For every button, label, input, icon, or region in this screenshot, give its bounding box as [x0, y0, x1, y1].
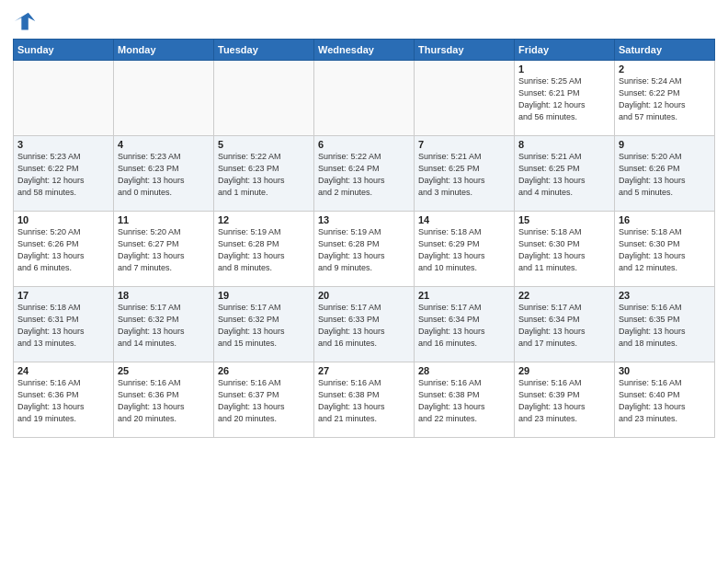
day-info: Sunrise: 5:20 AM Sunset: 6:27 PM Dayligh…	[118, 226, 210, 274]
day-info: Sunrise: 5:20 AM Sunset: 6:26 PM Dayligh…	[619, 151, 711, 199]
week-row-4: 17Sunrise: 5:18 AM Sunset: 6:31 PM Dayli…	[14, 287, 715, 362]
day-info: Sunrise: 5:21 AM Sunset: 6:25 PM Dayligh…	[418, 151, 510, 199]
logo-icon	[13, 9, 39, 35]
calendar-cell: 7Sunrise: 5:21 AM Sunset: 6:25 PM Daylig…	[415, 136, 515, 212]
day-info: Sunrise: 5:20 AM Sunset: 6:26 PM Dayligh…	[17, 226, 109, 274]
day-number: 6	[318, 139, 410, 150]
calendar-cell: 1Sunrise: 5:25 AM Sunset: 6:21 PM Daylig…	[515, 61, 615, 136]
week-row-5: 24Sunrise: 5:16 AM Sunset: 6:36 PM Dayli…	[14, 362, 715, 438]
calendar-cell	[114, 61, 214, 136]
calendar-cell: 10Sunrise: 5:20 AM Sunset: 6:26 PM Dayli…	[14, 212, 114, 287]
day-number: 21	[418, 290, 510, 301]
day-number: 16	[619, 214, 711, 225]
header	[13, 9, 715, 35]
calendar-cell: 8Sunrise: 5:21 AM Sunset: 6:25 PM Daylig…	[515, 136, 615, 212]
day-number: 19	[218, 290, 310, 301]
calendar-cell: 14Sunrise: 5:18 AM Sunset: 6:29 PM Dayli…	[415, 212, 515, 287]
day-number: 8	[518, 139, 610, 150]
day-number: 11	[118, 214, 210, 225]
calendar-cell	[14, 61, 114, 136]
calendar-cell: 18Sunrise: 5:17 AM Sunset: 6:32 PM Dayli…	[114, 287, 214, 362]
day-number: 27	[318, 365, 410, 376]
day-info: Sunrise: 5:16 AM Sunset: 6:37 PM Dayligh…	[218, 377, 310, 425]
day-info: Sunrise: 5:21 AM Sunset: 6:25 PM Dayligh…	[518, 151, 610, 199]
calendar-cell: 2Sunrise: 5:24 AM Sunset: 6:22 PM Daylig…	[615, 61, 715, 136]
col-header-thursday: Thursday	[415, 40, 515, 61]
day-info: Sunrise: 5:24 AM Sunset: 6:22 PM Dayligh…	[619, 75, 711, 123]
day-number: 14	[418, 214, 510, 225]
day-info: Sunrise: 5:19 AM Sunset: 6:28 PM Dayligh…	[218, 226, 310, 274]
calendar-cell: 24Sunrise: 5:16 AM Sunset: 6:36 PM Dayli…	[14, 362, 114, 438]
calendar-cell: 6Sunrise: 5:22 AM Sunset: 6:24 PM Daylig…	[314, 136, 415, 212]
day-number: 4	[118, 139, 210, 150]
day-number: 28	[418, 365, 510, 376]
col-header-wednesday: Wednesday	[314, 40, 415, 61]
calendar-cell: 27Sunrise: 5:16 AM Sunset: 6:38 PM Dayli…	[314, 362, 415, 438]
calendar-cell: 22Sunrise: 5:17 AM Sunset: 6:34 PM Dayli…	[515, 287, 615, 362]
day-number: 9	[619, 139, 711, 150]
calendar-cell: 12Sunrise: 5:19 AM Sunset: 6:28 PM Dayli…	[214, 212, 314, 287]
day-info: Sunrise: 5:17 AM Sunset: 6:32 PM Dayligh…	[218, 302, 310, 350]
day-number: 1	[518, 63, 610, 75]
day-number: 30	[619, 365, 711, 376]
day-info: Sunrise: 5:22 AM Sunset: 6:24 PM Dayligh…	[318, 151, 410, 199]
svg-marker-0	[15, 13, 35, 30]
day-number: 24	[17, 365, 109, 376]
calendar-cell: 28Sunrise: 5:16 AM Sunset: 6:38 PM Dayli…	[415, 362, 515, 438]
calendar-cell: 5Sunrise: 5:22 AM Sunset: 6:23 PM Daylig…	[214, 136, 314, 212]
day-number: 10	[17, 214, 109, 225]
calendar-cell: 20Sunrise: 5:17 AM Sunset: 6:33 PM Dayli…	[314, 287, 415, 362]
logo	[13, 9, 42, 35]
day-number: 22	[518, 290, 610, 301]
calendar-cell: 21Sunrise: 5:17 AM Sunset: 6:34 PM Dayli…	[415, 287, 515, 362]
calendar-cell	[314, 61, 415, 136]
day-info: Sunrise: 5:17 AM Sunset: 6:32 PM Dayligh…	[118, 302, 210, 350]
col-header-sunday: Sunday	[14, 40, 114, 61]
day-number: 7	[418, 139, 510, 150]
day-number: 20	[318, 290, 410, 301]
calendar-cell: 25Sunrise: 5:16 AM Sunset: 6:36 PM Dayli…	[114, 362, 214, 438]
day-info: Sunrise: 5:16 AM Sunset: 6:39 PM Dayligh…	[518, 377, 610, 425]
calendar-cell: 29Sunrise: 5:16 AM Sunset: 6:39 PM Dayli…	[515, 362, 615, 438]
day-number: 15	[518, 214, 610, 225]
calendar-cell: 4Sunrise: 5:23 AM Sunset: 6:23 PM Daylig…	[114, 136, 214, 212]
day-number: 3	[17, 139, 109, 150]
calendar-cell: 19Sunrise: 5:17 AM Sunset: 6:32 PM Dayli…	[214, 287, 314, 362]
day-info: Sunrise: 5:19 AM Sunset: 6:28 PM Dayligh…	[318, 226, 410, 274]
calendar-cell: 15Sunrise: 5:18 AM Sunset: 6:30 PM Dayli…	[515, 212, 615, 287]
page-container: SundayMondayTuesdayWednesdayThursdayFrid…	[0, 0, 728, 443]
day-info: Sunrise: 5:17 AM Sunset: 6:33 PM Dayligh…	[318, 302, 410, 350]
calendar-cell: 9Sunrise: 5:20 AM Sunset: 6:26 PM Daylig…	[615, 136, 715, 212]
day-info: Sunrise: 5:16 AM Sunset: 6:35 PM Dayligh…	[619, 302, 711, 350]
calendar-cell: 17Sunrise: 5:18 AM Sunset: 6:31 PM Dayli…	[14, 287, 114, 362]
day-info: Sunrise: 5:23 AM Sunset: 6:22 PM Dayligh…	[17, 151, 109, 199]
day-number: 5	[218, 139, 310, 150]
calendar-cell: 23Sunrise: 5:16 AM Sunset: 6:35 PM Dayli…	[615, 287, 715, 362]
day-number: 26	[218, 365, 310, 376]
header-row: SundayMondayTuesdayWednesdayThursdayFrid…	[14, 40, 715, 61]
day-number: 18	[118, 290, 210, 301]
day-number: 17	[17, 290, 109, 301]
day-info: Sunrise: 5:22 AM Sunset: 6:23 PM Dayligh…	[218, 151, 310, 199]
week-row-1: 1Sunrise: 5:25 AM Sunset: 6:21 PM Daylig…	[14, 61, 715, 136]
col-header-friday: Friday	[515, 40, 615, 61]
day-info: Sunrise: 5:16 AM Sunset: 6:36 PM Dayligh…	[17, 377, 109, 425]
calendar-cell: 26Sunrise: 5:16 AM Sunset: 6:37 PM Dayli…	[214, 362, 314, 438]
day-number: 2	[619, 63, 711, 75]
day-info: Sunrise: 5:18 AM Sunset: 6:30 PM Dayligh…	[518, 226, 610, 274]
calendar-cell: 11Sunrise: 5:20 AM Sunset: 6:27 PM Dayli…	[114, 212, 214, 287]
day-info: Sunrise: 5:17 AM Sunset: 6:34 PM Dayligh…	[418, 302, 510, 350]
day-info: Sunrise: 5:18 AM Sunset: 6:29 PM Dayligh…	[418, 226, 510, 274]
day-info: Sunrise: 5:18 AM Sunset: 6:31 PM Dayligh…	[17, 302, 109, 350]
day-info: Sunrise: 5:17 AM Sunset: 6:34 PM Dayligh…	[518, 302, 610, 350]
col-header-saturday: Saturday	[615, 40, 715, 61]
day-info: Sunrise: 5:23 AM Sunset: 6:23 PM Dayligh…	[118, 151, 210, 199]
day-info: Sunrise: 5:16 AM Sunset: 6:36 PM Dayligh…	[118, 377, 210, 425]
day-info: Sunrise: 5:16 AM Sunset: 6:38 PM Dayligh…	[418, 377, 510, 425]
calendar-cell: 3Sunrise: 5:23 AM Sunset: 6:22 PM Daylig…	[14, 136, 114, 212]
calendar-cell: 13Sunrise: 5:19 AM Sunset: 6:28 PM Dayli…	[314, 212, 415, 287]
day-info: Sunrise: 5:18 AM Sunset: 6:30 PM Dayligh…	[619, 226, 711, 274]
day-number: 13	[318, 214, 410, 225]
day-info: Sunrise: 5:25 AM Sunset: 6:21 PM Dayligh…	[518, 75, 610, 123]
col-header-tuesday: Tuesday	[214, 40, 314, 61]
